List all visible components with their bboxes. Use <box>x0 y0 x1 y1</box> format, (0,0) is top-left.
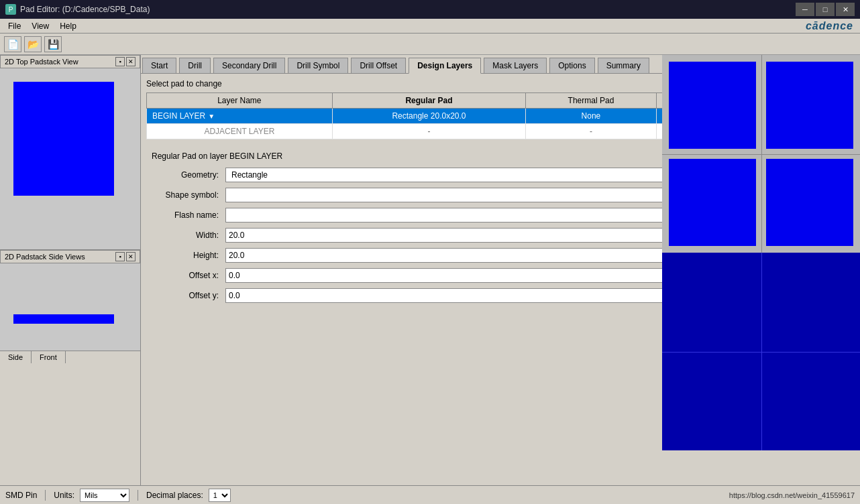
tab-summary[interactable]: Summary <box>598 58 649 73</box>
top-view-header: 2D Top Padstack View ▪ ✕ <box>0 55 140 68</box>
maximize-button[interactable]: □ <box>816 3 835 16</box>
window-title: Pad Editor: (D:/Cadence/SPB_Data) <box>20 5 150 14</box>
app-icon: P <box>5 4 16 15</box>
height-label: Height: <box>152 251 225 260</box>
col-header-regular: Regular Pad <box>332 93 525 109</box>
side-view-section: 2D Padstack Side Views ▪ ✕ Side Front <box>0 249 140 363</box>
cadence-logo: cādence <box>806 20 853 32</box>
window-controls: ─ □ ✕ <box>796 3 855 16</box>
offset-y-label: Offset y: <box>152 291 225 300</box>
smd-pin-label: SMD Pin <box>5 491 37 500</box>
tab-mask-layers[interactable]: Mask Layers <box>484 58 547 73</box>
decimal-label: Decimal places: <box>146 491 203 500</box>
offset-x-label: Offset x: <box>152 271 225 280</box>
toolbar: 📄 📂 💾 <box>0 34 860 55</box>
side-view-minimize[interactable]: ▪ <box>115 252 125 261</box>
status-bar: SMD Pin Units: Mils Millimeter Micron De… <box>0 485 860 504</box>
col-header-thermal: Thermal Pad <box>526 93 657 109</box>
top-view-canvas <box>0 68 140 249</box>
flash-name-label: Flash name: <box>152 210 225 220</box>
menu-view[interactable]: View <box>26 20 54 32</box>
top-view-pad-preview <box>13 82 114 196</box>
col-header-layer: Layer Name <box>147 93 333 109</box>
menu-help[interactable]: Help <box>54 20 82 32</box>
geometry-label: Geometry: <box>152 170 225 180</box>
open-button[interactable]: 📂 <box>24 36 42 52</box>
preview-area <box>662 55 860 450</box>
preview-hline <box>662 154 860 155</box>
tab-drill-offset[interactable]: Drill Offset <box>351 58 406 73</box>
shape-symbol-label: Shape symbol: <box>152 190 225 200</box>
preview-quad-tl <box>669 62 756 149</box>
tab-start[interactable]: Start <box>142 58 176 73</box>
top-view-minimize[interactable]: ▪ <box>115 57 125 66</box>
minimize-button[interactable]: ─ <box>796 3 814 16</box>
preview-quad-bl <box>669 159 756 246</box>
side-view-controls: ▪ ✕ <box>115 252 136 261</box>
title-bar-left: P Pad Editor: (D:/Cadence/SPB_Data) <box>5 4 150 15</box>
status-separator-2 <box>138 490 138 501</box>
width-label: Width: <box>152 231 225 240</box>
view-tabs: Side Front <box>0 351 140 363</box>
row1-regular[interactable]: Rectangle 20.0x20.0 <box>332 109 525 124</box>
row2-regular[interactable]: - <box>332 124 525 139</box>
preview-bottom-hline <box>662 352 860 353</box>
tab-secondary-drill[interactable]: Secondary Drill <box>213 58 285 73</box>
top-view-close[interactable]: ✕ <box>126 57 136 66</box>
tab-drill[interactable]: Drill <box>179 58 211 73</box>
tab-front[interactable]: Front <box>32 351 66 363</box>
layer-dropdown-value: BEGIN LAYER <box>152 111 205 121</box>
units-select[interactable]: Mils Millimeter Micron <box>80 489 129 502</box>
side-view-title: 2D Padstack Side Views <box>5 253 85 261</box>
new-button[interactable]: 📄 <box>4 36 21 52</box>
tab-options[interactable]: Options <box>549 58 594 73</box>
preview-bottom <box>662 253 860 450</box>
left-panel: 2D Top Padstack View ▪ ✕ 2D Padstack Sid… <box>0 55 141 485</box>
close-button[interactable]: ✕ <box>836 3 855 16</box>
top-view-section: 2D Top Padstack View ▪ ✕ <box>0 55 140 249</box>
tab-side[interactable]: Side <box>0 351 32 363</box>
menu-file[interactable]: File <box>3 20 26 32</box>
decimal-select[interactable]: 0 1 2 3 4 <box>209 489 231 502</box>
side-view-canvas <box>0 263 140 351</box>
save-button[interactable]: 💾 <box>44 36 62 52</box>
row2-thermal[interactable]: - <box>526 124 657 139</box>
menu-bar: File View Help cādence <box>0 19 860 34</box>
dropdown-arrow-icon: ▼ <box>208 113 215 120</box>
title-bar: P Pad Editor: (D:/Cadence/SPB_Data) ─ □ … <box>0 0 860 19</box>
tab-drill-symbol[interactable]: Drill Symbol <box>288 58 348 73</box>
side-view-close[interactable]: ✕ <box>126 252 136 261</box>
preview-quad-tr <box>766 62 853 149</box>
tab-design-layers[interactable]: Design Layers <box>409 58 481 74</box>
preview-top <box>662 55 860 253</box>
top-view-controls: ▪ ✕ <box>115 57 136 66</box>
side-view-pad-bar <box>13 314 114 324</box>
row2-layer[interactable]: ADJACENT LAYER <box>147 124 333 139</box>
row1-layer[interactable]: BEGIN LAYER ▼ <box>147 109 333 124</box>
units-label: Units: <box>54 491 74 500</box>
top-view-title: 2D Top Padstack View <box>5 58 78 66</box>
row1-thermal[interactable]: None <box>526 109 657 124</box>
status-separator-1 <box>45 490 46 501</box>
preview-quad-br <box>766 159 853 246</box>
status-url: https://blog.csdn.net/weixin_41559617 <box>729 491 855 499</box>
side-view-header: 2D Padstack Side Views ▪ ✕ <box>0 250 140 263</box>
